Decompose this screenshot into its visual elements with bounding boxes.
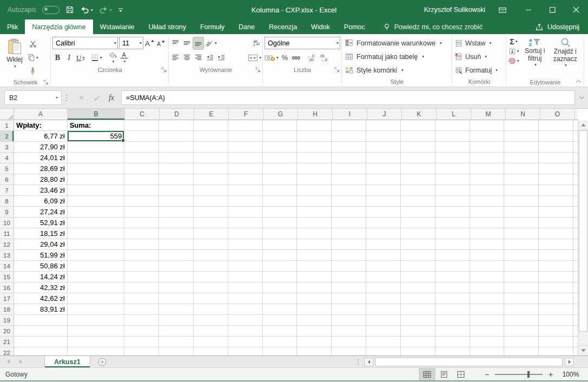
cell-A18[interactable]: 83,91 zł: [14, 304, 68, 315]
cell-F5[interactable]: [228, 163, 263, 174]
decrease-decimal-button[interactable]: .00→,0: [319, 52, 329, 64]
cell-E21[interactable]: [194, 337, 228, 347]
cell-N8[interactable]: [504, 196, 539, 207]
column-header-J[interactable]: J: [367, 109, 402, 120]
cell-G17[interactable]: [263, 293, 298, 304]
cell-M17[interactable]: [470, 293, 505, 304]
formula-bar-splitter[interactable]: [62, 94, 71, 102]
cell-O16[interactable]: [539, 282, 573, 293]
cell-I6[interactable]: [332, 174, 366, 185]
cell-K9[interactable]: [401, 207, 435, 218]
cell-A14[interactable]: 50,86 zł: [14, 261, 68, 272]
cell-J1[interactable]: [366, 120, 401, 131]
cell-J9[interactable]: [366, 207, 401, 218]
cell-A10[interactable]: 52,91 zł: [14, 218, 68, 228]
cell-F1[interactable]: [228, 120, 263, 131]
cell-N10[interactable]: [504, 218, 539, 228]
cell-G6[interactable]: [263, 174, 298, 185]
cell-G9[interactable]: [263, 207, 298, 218]
cell-H14[interactable]: [297, 261, 332, 272]
cell-G2[interactable]: [263, 131, 298, 142]
cell-H18[interactable]: [297, 304, 332, 315]
row-header-20[interactable]: 20: [0, 326, 14, 337]
underline-button[interactable]: U: [75, 52, 85, 64]
cell-B18[interactable]: [68, 304, 125, 315]
cell-F15[interactable]: [228, 272, 263, 282]
align-center-button[interactable]: [182, 52, 192, 64]
comma-style-button[interactable]: 000: [291, 52, 301, 64]
cell-L12[interactable]: [435, 239, 470, 250]
cell-L4[interactable]: [435, 153, 470, 163]
cell-E8[interactable]: [194, 196, 228, 207]
cell-H6[interactable]: [297, 174, 332, 185]
cell-H12[interactable]: [297, 239, 332, 250]
cell-A1[interactable]: Wpłaty:: [14, 120, 68, 131]
delete-cells-button[interactable]: Usuń: [454, 50, 505, 63]
cell-L18[interactable]: [435, 304, 470, 315]
cell-N12[interactable]: [504, 239, 539, 250]
cell-F19[interactable]: [228, 315, 263, 326]
maximize-button[interactable]: [540, 0, 564, 19]
cell-I21[interactable]: [332, 337, 366, 347]
align-top-button[interactable]: [170, 37, 181, 49]
alignment-dialog-launcher[interactable]: [255, 67, 261, 73]
cell-C9[interactable]: [124, 207, 159, 218]
cell-D7[interactable]: [159, 185, 194, 196]
cell-H7[interactable]: [297, 185, 332, 196]
cell-A16[interactable]: 42,32 zł: [14, 282, 68, 293]
format-cells-button[interactable]: Formatuj: [454, 63, 505, 77]
cell-G8[interactable]: [263, 196, 298, 207]
cell-I2[interactable]: [332, 131, 366, 142]
cell-N21[interactable]: [504, 337, 539, 347]
cell-N22[interactable]: [504, 347, 539, 355]
cell-B9[interactable]: [68, 207, 125, 218]
column-header-N[interactable]: N: [506, 109, 540, 120]
cell-A6[interactable]: 28,80 zł: [14, 174, 68, 185]
cell-B21[interactable]: [68, 337, 125, 347]
column-header-B[interactable]: B: [68, 109, 125, 120]
tab-wstawianie[interactable]: Wstawianie: [93, 19, 142, 34]
cell-H19[interactable]: [297, 315, 332, 326]
wrap-text-button[interactable]: abc: [251, 37, 261, 49]
cell-O7[interactable]: [539, 185, 573, 196]
column-header-G[interactable]: G: [263, 109, 298, 120]
cell-I13[interactable]: [332, 250, 366, 261]
font-dialog-launcher[interactable]: [161, 67, 167, 73]
cell-O10[interactable]: [539, 218, 573, 228]
cell-M6[interactable]: [470, 174, 505, 185]
cell-C18[interactable]: [124, 304, 159, 315]
cell-L22[interactable]: [435, 347, 470, 355]
row-header-19[interactable]: 19: [0, 315, 14, 326]
cell-L19[interactable]: [435, 315, 470, 326]
format-painter-button[interactable]: [28, 65, 38, 77]
cell-D17[interactable]: [159, 293, 194, 304]
cell-B4[interactable]: [68, 153, 125, 163]
cell-H3[interactable]: [297, 142, 332, 153]
cell-B17[interactable]: [68, 293, 125, 304]
cell-D15[interactable]: [159, 272, 194, 282]
cell-C16[interactable]: [124, 282, 159, 293]
cell-F22[interactable]: [228, 347, 263, 355]
cell-C4[interactable]: [124, 153, 159, 163]
cell-N5[interactable]: [504, 163, 539, 174]
row-header-12[interactable]: 12: [0, 239, 14, 250]
cell-E9[interactable]: [194, 207, 228, 218]
cell-O2[interactable]: [539, 131, 573, 142]
cell-M13[interactable]: [470, 250, 505, 261]
cell-I7[interactable]: [332, 185, 366, 196]
conditional-formatting-button[interactable]: ≠ Formatowanie warunkowe: [343, 36, 451, 50]
cell-E22[interactable]: [194, 347, 228, 355]
cell-D14[interactable]: [159, 261, 194, 272]
cell-G3[interactable]: [263, 142, 298, 153]
cell-B6[interactable]: [68, 174, 125, 185]
cell-O13[interactable]: [539, 250, 573, 261]
cell-E3[interactable]: [194, 142, 228, 153]
cell-J18[interactable]: [366, 304, 401, 315]
cell-I3[interactable]: [332, 142, 366, 153]
cell-I14[interactable]: [332, 261, 366, 272]
cell-B7[interactable]: [68, 185, 125, 196]
cell-E15[interactable]: [194, 272, 228, 282]
cell-O19[interactable]: [539, 315, 573, 326]
cell-E20[interactable]: [194, 326, 228, 337]
cell-B16[interactable]: [68, 282, 125, 293]
